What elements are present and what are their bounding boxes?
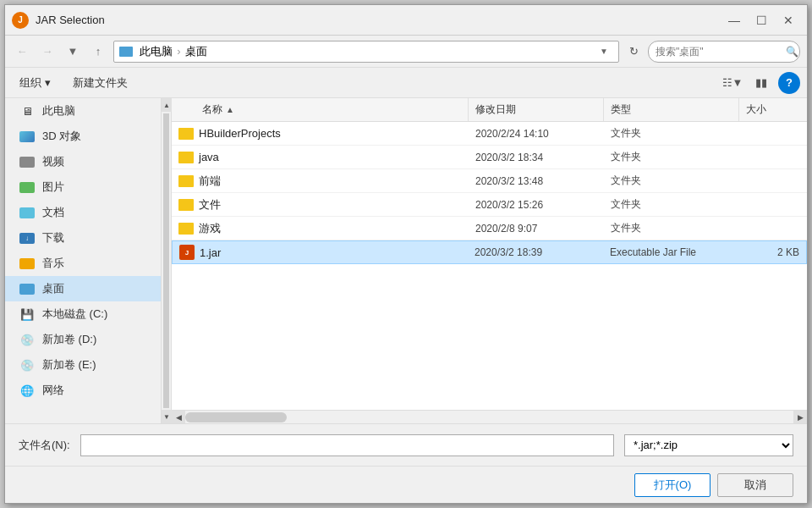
- sidebar-item-disk-e[interactable]: 💿 新加卷 (E:): [5, 352, 161, 378]
- forward-button[interactable]: →: [37, 41, 58, 62]
- action-bar: 打开(O) 取消: [5, 466, 807, 503]
- close-button[interactable]: ✕: [776, 10, 800, 30]
- file-type-cell: 文件夹: [604, 150, 739, 164]
- folder-docs-icon: [19, 206, 36, 219]
- dialog-icon: J: [12, 12, 29, 29]
- folder-3d-icon: [19, 130, 36, 143]
- minimize-button[interactable]: —: [722, 10, 746, 30]
- sidebar-item-pc[interactable]: 🖥 此电脑: [5, 98, 161, 124]
- col-date-header[interactable]: 修改日期: [469, 98, 604, 121]
- col-size-header[interactable]: 大小: [739, 98, 807, 121]
- file-date-cell: 2020/3/2 13:48: [469, 175, 604, 187]
- sidebar-item-downloads[interactable]: ↓ 下载: [5, 225, 161, 251]
- hscroll-left-btn[interactable]: ◀: [172, 411, 185, 424]
- search-icon: 🔍: [786, 46, 798, 58]
- filename-bar: 文件名(N): *.jar;*.zip: [5, 423, 807, 466]
- disk-c-icon: 💾: [19, 307, 36, 321]
- col-name-header[interactable]: 名称 ▲: [172, 98, 469, 121]
- table-row[interactable]: HBuilderProjects 2020/2/24 14:10 文件夹: [172, 122, 807, 146]
- file-panel: 名称 ▲ 修改日期 类型 大小 HBuilderProjects 2020/2/…: [172, 98, 807, 423]
- file-name-label: 前端: [199, 174, 221, 189]
- address-toolbar: ← → ▼ ↑ 此电脑 › 桌面 ▼ ↻ 🔍: [5, 36, 807, 68]
- toolbar2-right: ☷▼ ▮▮ ?: [721, 72, 800, 94]
- sidebar-scrollbar[interactable]: ▲ ▼: [161, 98, 171, 423]
- new-folder-button[interactable]: 新建文件夹: [65, 72, 135, 94]
- folder-icon: [178, 175, 194, 187]
- titlebar: J JAR Selection — ☐ ✕: [5, 5, 807, 36]
- preview-pane-button[interactable]: ▮▮: [749, 72, 773, 94]
- file-name-cell: J 1.jar: [173, 245, 468, 260]
- disk-d-icon: 💿: [19, 333, 36, 346]
- file-date-cell: 2020/3/2 15:26: [469, 199, 604, 211]
- dialog-title: JAR Selection: [36, 14, 722, 26]
- table-row[interactable]: 文件 2020/3/2 15:26 文件夹: [172, 193, 807, 217]
- horizontal-scrollbar[interactable]: ◀ ▶: [172, 410, 807, 423]
- folder-pictures-icon: [19, 180, 36, 194]
- table-row[interactable]: 前端 2020/3/2 13:48 文件夹: [172, 169, 807, 193]
- file-type-cell: Executable Jar File: [603, 246, 738, 258]
- breadcrumb-pc: 此电脑: [140, 44, 173, 59]
- desktop-folder-icon: [19, 282, 36, 295]
- sidebar-item-network[interactable]: 🌐 网络: [5, 378, 161, 403]
- search-bar: 🔍: [648, 41, 800, 63]
- jar-icon: J: [179, 245, 195, 260]
- main-content: 🖥 此电脑 3D 对象 视频 图片: [5, 98, 807, 423]
- filetype-select[interactable]: *.jar;*.zip: [624, 434, 793, 456]
- file-type-cell: 文件夹: [604, 174, 739, 188]
- file-date-cell: 2020/2/8 9:07: [469, 223, 604, 235]
- table-row[interactable]: J 1.jar 2020/3/2 18:39 Executable Jar Fi…: [172, 240, 807, 264]
- view-options-button[interactable]: ☷▼: [721, 72, 744, 94]
- sidebar-item-disk-c[interactable]: 💾 本地磁盘 (C:): [5, 301, 161, 327]
- maximize-button[interactable]: ☐: [749, 10, 773, 30]
- file-name-label: java: [199, 151, 219, 163]
- organize-button[interactable]: 组织 ▾: [12, 72, 58, 94]
- refresh-button[interactable]: ↻: [624, 42, 643, 61]
- sidebar-scroll-up-btn[interactable]: ▲: [162, 98, 172, 112]
- file-toolbar: 组织 ▾ 新建文件夹 ☷▼ ▮▮ ?: [5, 68, 807, 98]
- hscroll-track[interactable]: [185, 411, 793, 424]
- file-name-cell: 游戏: [172, 221, 469, 236]
- breadcrumb: 此电脑 › 桌面: [119, 44, 596, 59]
- folder-downloads-icon: ↓: [19, 231, 36, 245]
- table-row[interactable]: 游戏 2020/2/8 9:07 文件夹: [172, 217, 807, 240]
- file-size-cell: 2 KB: [738, 246, 806, 258]
- jar-selection-dialog: J JAR Selection — ☐ ✕ ← → ▼ ↑ 此电脑 › 桌面 ▼…: [4, 4, 808, 504]
- address-bar[interactable]: 此电脑 › 桌面 ▼: [113, 41, 619, 63]
- file-list: HBuilderProjects 2020/2/24 14:10 文件夹 jav…: [172, 122, 807, 410]
- sidebar-scrollbar-thumb[interactable]: [163, 113, 169, 408]
- sidebar-item-music[interactable]: 音乐: [5, 251, 161, 276]
- search-input[interactable]: [656, 46, 782, 58]
- sidebar-item-pictures[interactable]: 图片: [5, 174, 161, 200]
- dropdown-button[interactable]: ▼: [63, 41, 83, 62]
- file-name-label: 文件: [199, 197, 221, 213]
- address-dropdown-icon[interactable]: ▼: [600, 47, 613, 56]
- file-name-label: HBuilderProjects: [199, 127, 281, 140]
- breadcrumb-desktop: 桌面: [185, 44, 207, 59]
- hscroll-right-btn[interactable]: ▶: [793, 411, 807, 424]
- file-type-cell: 文件夹: [604, 221, 739, 235]
- back-button[interactable]: ←: [12, 41, 32, 62]
- sidebar-scroll-down-btn[interactable]: ▼: [162, 410, 172, 423]
- table-row[interactable]: java 2020/3/2 18:34 文件夹: [172, 146, 807, 169]
- help-button[interactable]: ?: [778, 72, 800, 94]
- up-button[interactable]: ↑: [88, 41, 108, 62]
- sidebar-container: 🖥 此电脑 3D 对象 视频 图片: [5, 98, 172, 423]
- sidebar-item-disk-d[interactable]: 💿 新加卷 (D:): [5, 327, 161, 352]
- file-date-cell: 2020/3/2 18:39: [468, 246, 603, 258]
- file-name-label: 游戏: [199, 221, 221, 236]
- sidebar-item-desktop[interactable]: 桌面: [5, 276, 161, 301]
- file-name-cell: java: [172, 151, 469, 163]
- sidebar-item-docs[interactable]: 文档: [5, 200, 161, 225]
- filename-input[interactable]: [80, 434, 614, 456]
- folder-video-icon: [19, 155, 36, 168]
- sidebar-item-video[interactable]: 视频: [5, 149, 161, 174]
- cancel-button[interactable]: 取消: [717, 473, 793, 497]
- file-date-cell: 2020/3/2 18:34: [469, 152, 604, 163]
- hscroll-thumb[interactable]: [185, 412, 287, 422]
- col-type-header[interactable]: 类型: [604, 98, 739, 121]
- file-type-cell: 文件夹: [604, 126, 739, 141]
- open-button[interactable]: 打开(O): [634, 473, 710, 497]
- file-type-cell: 文件夹: [604, 197, 739, 212]
- sidebar-item-3d[interactable]: 3D 对象: [5, 124, 161, 149]
- folder-icon: [178, 128, 194, 140]
